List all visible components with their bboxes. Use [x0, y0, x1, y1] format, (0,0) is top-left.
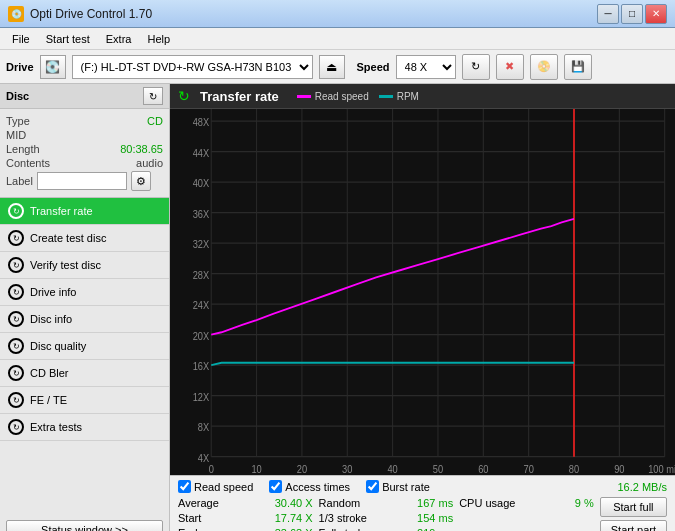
- chart-title: Transfer rate: [200, 89, 279, 104]
- svg-rect-0: [170, 109, 675, 475]
- drive-bar: Drive 💽 (F:) HL-DT-ST DVD+-RW GSA-H73N B…: [0, 50, 675, 84]
- end-value: 33.63 X: [275, 527, 313, 531]
- svg-text:100 min: 100 min: [648, 463, 675, 475]
- window-controls: ─ □ ✕: [597, 4, 667, 24]
- svg-text:8X: 8X: [198, 421, 210, 433]
- nav-fe-te-label: FE / TE: [30, 394, 67, 406]
- menu-extra[interactable]: Extra: [98, 31, 140, 47]
- legend-rpm: RPM: [379, 91, 419, 102]
- svg-text:44X: 44X: [193, 147, 210, 159]
- refresh-speed-button[interactable]: ↻: [462, 54, 490, 80]
- burst-rate-value: 16.2 MB/s: [617, 481, 667, 493]
- access-times-checkbox-label[interactable]: Access times: [269, 480, 350, 493]
- nav-verify-test-disc-label: Verify test disc: [30, 259, 101, 271]
- disc-length-value: 80:38.65: [120, 143, 163, 155]
- menu-bar: File Start test Extra Help: [0, 28, 675, 50]
- disc-mid-row: MID: [6, 129, 163, 141]
- maximize-button[interactable]: □: [621, 4, 643, 24]
- title-bar: 💿 Opti Drive Control 1.70 ─ □ ✕: [0, 0, 675, 28]
- nav-drive-info-label: Drive info: [30, 286, 76, 298]
- random-label: Random: [319, 497, 361, 509]
- data-rows: Average 30.40 X Start 17.74 X End 33.63 …: [178, 497, 667, 531]
- close-button[interactable]: ✕: [645, 4, 667, 24]
- disc-type-row: Type CD: [6, 115, 163, 127]
- burst-rate-checkbox[interactable]: [366, 480, 379, 493]
- speed-label: Speed: [357, 61, 390, 73]
- nav-extra-tests-label: Extra tests: [30, 421, 82, 433]
- drive-select[interactable]: (F:) HL-DT-ST DVD+-RW GSA-H73N B103: [72, 55, 313, 79]
- legend-rpm-color: [379, 95, 393, 98]
- extra-tests-icon: ↻: [8, 419, 24, 435]
- svg-text:40: 40: [387, 463, 398, 475]
- svg-text:90: 90: [614, 463, 625, 475]
- svg-text:12X: 12X: [193, 391, 210, 403]
- drive-label: Drive: [6, 61, 34, 73]
- svg-text:28X: 28X: [193, 269, 210, 281]
- minimize-button[interactable]: ─: [597, 4, 619, 24]
- third-stroke-label: 1/3 stroke: [319, 512, 367, 524]
- svg-text:48X: 48X: [193, 116, 210, 128]
- nav-transfer-rate-label: Transfer rate: [30, 205, 93, 217]
- start-row: Start 17.74 X: [178, 512, 313, 524]
- svg-text:0: 0: [209, 463, 214, 475]
- nav-transfer-rate[interactable]: ↻ Transfer rate: [0, 198, 169, 225]
- menu-help[interactable]: Help: [139, 31, 178, 47]
- nav-extra-tests[interactable]: ↻ Extra tests: [0, 414, 169, 441]
- create-test-disc-icon: ↻: [8, 230, 24, 246]
- data-col-3: CPU usage 9 %: [459, 497, 594, 512]
- svg-text:80: 80: [569, 463, 580, 475]
- fe-te-icon: ↻: [8, 392, 24, 408]
- svg-text:30: 30: [342, 463, 353, 475]
- save-button[interactable]: 💾: [564, 54, 592, 80]
- legend-read-speed-label: Read speed: [315, 91, 369, 102]
- access-times-checkbox[interactable]: [269, 480, 282, 493]
- disc-type-value: CD: [147, 115, 163, 127]
- third-stroke-value: 154 ms: [417, 512, 453, 524]
- svg-text:70: 70: [523, 463, 534, 475]
- read-speed-checkbox[interactable]: [178, 480, 191, 493]
- read-speed-checkbox-text: Read speed: [194, 481, 253, 493]
- status-window-button[interactable]: Status window >>: [6, 520, 163, 531]
- disc-section-header: Disc ↻: [0, 84, 169, 109]
- disc-info-icon: ↻: [8, 311, 24, 327]
- nav-disc-info[interactable]: ↻ Disc info: [0, 306, 169, 333]
- nav-cd-bler[interactable]: ↻ CD Bler: [0, 360, 169, 387]
- chart-title-icon: ↻: [178, 88, 190, 104]
- legend-read-speed-color: [297, 95, 311, 98]
- full-stroke-row: Full stroke 219 ms: [319, 527, 454, 531]
- random-value: 167 ms: [417, 497, 453, 509]
- random-row: Random 167 ms: [319, 497, 454, 509]
- nav-disc-info-label: Disc info: [30, 313, 72, 325]
- start-part-button[interactable]: Start part: [600, 520, 667, 531]
- nav-verify-test-disc[interactable]: ↻ Verify test disc: [0, 252, 169, 279]
- eject-disc-button[interactable]: 📀: [530, 54, 558, 80]
- average-row: Average 30.40 X: [178, 497, 313, 509]
- disc-contents-row: Contents audio: [6, 157, 163, 169]
- read-speed-checkbox-label[interactable]: Read speed: [178, 480, 253, 493]
- cpu-usage-row: CPU usage 9 %: [459, 497, 594, 509]
- disc-type-label: Type: [6, 115, 30, 127]
- disc-quality-icon: ↻: [8, 338, 24, 354]
- speed-select[interactable]: 48 X: [396, 55, 456, 79]
- nav-disc-quality[interactable]: ↻ Disc quality: [0, 333, 169, 360]
- disc-label-input[interactable]: [37, 172, 127, 190]
- drive-info-icon: ↻: [8, 284, 24, 300]
- data-col-2: Random 167 ms 1/3 stroke 154 ms Full str…: [319, 497, 454, 531]
- menu-file[interactable]: File: [4, 31, 38, 47]
- svg-text:50: 50: [433, 463, 444, 475]
- disc-mid-label: MID: [6, 129, 26, 141]
- disc-refresh-button[interactable]: ↻: [143, 87, 163, 105]
- disc-panel: Type CD MID Length 80:38.65 Contents aud…: [0, 109, 169, 198]
- burst-rate-checkbox-label[interactable]: Burst rate: [366, 480, 430, 493]
- start-value: 17.74 X: [275, 512, 313, 524]
- nav-fe-te[interactable]: ↻ FE / TE: [0, 387, 169, 414]
- eject-button[interactable]: ⏏: [319, 55, 345, 79]
- erase-button[interactable]: ✖: [496, 54, 524, 80]
- start-full-button[interactable]: Start full: [600, 497, 667, 517]
- nav-drive-info[interactable]: ↻ Drive info: [0, 279, 169, 306]
- menu-start-test[interactable]: Start test: [38, 31, 98, 47]
- disc-contents-value: audio: [136, 157, 163, 169]
- disc-label-btn[interactable]: ⚙: [131, 171, 151, 191]
- drive-icon-btn[interactable]: 💽: [40, 55, 66, 79]
- nav-create-test-disc[interactable]: ↻ Create test disc: [0, 225, 169, 252]
